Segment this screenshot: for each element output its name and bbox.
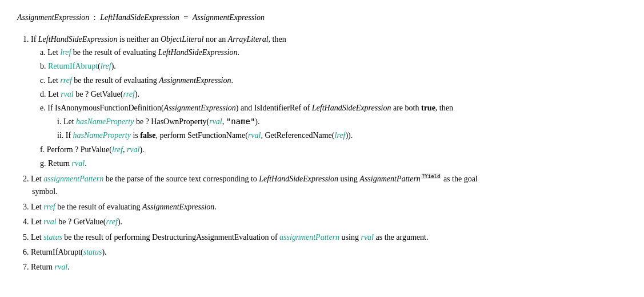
sub-list-1: a. Let lref be the result of evaluating … <box>23 46 627 171</box>
header-line: AssignmentExpression : LeftHandSideExpre… <box>17 11 627 24</box>
header-part1: AssignmentExpression <box>17 13 89 22</box>
list-item: c. Let rref be the result of evaluating … <box>40 74 627 87</box>
list-item: 4. Let rval be ? GetValue(rref). <box>23 216 627 228</box>
list-item: b. ReturnIfAbrupt(lref). <box>40 60 627 73</box>
main-steps-list: 1. If LeftHandSideExpression is neither … <box>17 33 627 274</box>
list-item: 2. Let assignmentPattern be the parse of… <box>23 172 627 198</box>
list-item: ii. If hasNameProperty is false, perform… <box>57 129 627 142</box>
header-equals: = <box>181 13 192 22</box>
header-colon: : <box>91 13 100 22</box>
list-item: 6. ReturnIfAbrupt(status). <box>23 246 627 259</box>
list-item: 3. Let rref be the result of evaluating … <box>23 201 627 213</box>
list-item: d. Let rval be ? GetValue(rref). <box>40 88 627 101</box>
header-part2: LeftHandSideExpression <box>100 13 179 22</box>
list-item: e. If IsAnonymousFunctionDefinition(Assi… <box>40 102 627 142</box>
list-item: 7. Return rval. <box>23 261 627 274</box>
header-part3: AssignmentExpression <box>193 13 265 22</box>
list-item: 5. Let status be the result of performin… <box>23 231 627 244</box>
spec-content: AssignmentExpression : LeftHandSideExpre… <box>17 11 627 274</box>
sub-sub-list-e: i. Let hasNameProperty be ? HasOwnProper… <box>40 115 627 142</box>
list-item: a. Let lref be the result of evaluating … <box>40 46 627 59</box>
list-item: 1. If LeftHandSideExpression is neither … <box>23 33 627 170</box>
list-item: f. Perform ? PutValue(lref, rval). <box>40 144 627 156</box>
list-item: i. Let hasNameProperty be ? HasOwnProper… <box>57 115 627 128</box>
list-item: g. Return rval. <box>40 157 627 170</box>
